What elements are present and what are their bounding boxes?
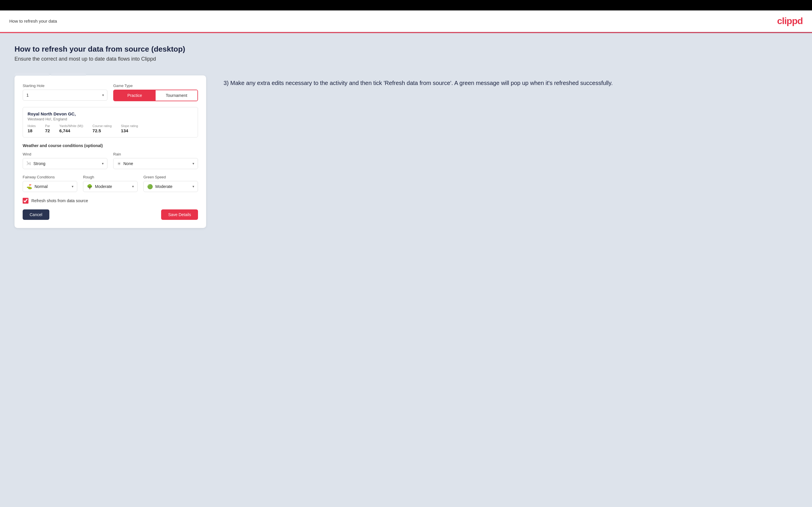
main-content: How to refresh your data from source (de… [0,33,812,507]
course-location: Westward Ho!, England [28,117,193,121]
holes-value: 18 [28,128,36,133]
wind-group: Wind 🌬 Strong Mild None ▾ [22,152,107,169]
rough-select[interactable]: Moderate Long Short [95,181,132,192]
rough-select-wrapper: 🌳 Moderate Long Short ▾ [83,181,138,192]
weather-section-title: Weather and course conditions (optional) [22,143,198,148]
rough-label: Rough [83,175,138,179]
course-rating-value: 72.5 [93,128,112,133]
starting-hole-label: Starting Hole [22,83,107,88]
rain-icon: ☀ [117,161,121,167]
rain-chevron-icon: ▾ [193,162,194,166]
breadcrumb: How to refresh your data [9,18,57,23]
wind-chevron-icon: ▾ [102,162,104,166]
yards-label: Yards/White (M)) [59,124,83,128]
starting-hole-group: Starting Hole 1 10 ▾ [22,83,107,101]
save-details-button[interactable]: Save Details [161,210,198,220]
green-speed-icon: 🟢 [147,184,153,189]
rough-chevron-icon: ▾ [132,184,134,188]
logo: clippd [777,16,803,26]
rain-select[interactable]: None Light Heavy [123,158,193,169]
course-name: Royal North Devon GC, [28,111,193,116]
green-speed-label: Green Speed [143,175,198,179]
tournament-button[interactable]: Tournament [156,90,197,101]
wind-label: Wind [22,152,107,156]
game-type-group: Game Type Practice Tournament [113,83,198,101]
refresh-checkbox[interactable] [22,198,29,204]
rain-label: Rain [113,152,198,156]
card-tab-1 [14,73,49,76]
holes-label: Holes [28,124,36,128]
card-tab-2 [51,73,86,76]
form-panel: Starting Hole 1 10 ▾ Game Type Pract [14,72,206,228]
rough-group: Rough 🌳 Moderate Long Short ▾ [83,175,138,192]
fairway-select[interactable]: Normal Wet Dry [35,181,72,192]
form-card: Starting Hole 1 10 ▾ Game Type Pract [14,75,206,228]
stat-holes: Holes 18 [28,124,36,133]
content-area: Starting Hole 1 10 ▾ Game Type Pract [14,72,798,228]
stat-yards: Yards/White (M)) 6,744 [59,124,83,133]
rough-icon: 🌳 [87,184,93,189]
game-type-label: Game Type [113,83,198,88]
slope-rating-label: Slope rating [121,124,138,128]
fairway-group: Fairway Conditions ⛳ Normal Wet Dry ▾ [22,175,77,192]
form-row-top: Starting Hole 1 10 ▾ Game Type Pract [22,83,198,101]
form-row-weather: Wind 🌬 Strong Mild None ▾ Rain [22,152,198,169]
refresh-checkbox-label[interactable]: Refresh shots from data source [31,199,88,203]
fairway-label: Fairway Conditions [22,175,77,179]
green-speed-select-wrapper: 🟢 Moderate Fast Slow ▾ [143,181,198,192]
top-bar [0,0,812,10]
side-text-content: 3) Make any extra edits necessary to the… [223,78,798,88]
yards-value: 6,744 [59,128,83,133]
green-speed-select[interactable]: Moderate Fast Slow [155,181,193,192]
slope-rating-value: 134 [121,128,138,133]
game-type-toggle: Practice Tournament [113,90,198,101]
fairway-chevron-icon: ▾ [72,184,73,188]
practice-button[interactable]: Practice [114,90,156,101]
par-value: 72 [45,128,50,133]
wind-icon: 🌬 [27,161,31,166]
course-stats: Holes 18 Par 72 Yards/White (M)) 6,744 [28,124,193,133]
par-label: Par [45,124,50,128]
page-subtitle: Ensure the correct and most up to date d… [14,56,798,62]
green-speed-chevron-icon: ▾ [193,184,194,188]
stat-slope-rating: Slope rating 134 [121,124,138,133]
rain-group: Rain ☀ None Light Heavy ▾ [113,152,198,169]
fairway-select-wrapper: ⛳ Normal Wet Dry ▾ [22,181,77,192]
wind-select-wrapper: 🌬 Strong Mild None ▾ [22,158,107,169]
side-text-panel: 3) Make any extra edits necessary to the… [223,72,798,88]
wind-select[interactable]: Strong Mild None [33,158,102,169]
course-info-box: Royal North Devon GC, Westward Ho!, Engl… [22,107,198,137]
rain-select-wrapper: ☀ None Light Heavy ▾ [113,158,198,169]
header: How to refresh your data clippd [0,10,812,32]
cancel-button[interactable]: Cancel [22,210,49,220]
course-rating-label: Course rating [93,124,112,128]
form-actions: Cancel Save Details [22,210,198,220]
form-row-conditions: Fairway Conditions ⛳ Normal Wet Dry ▾ [22,175,198,192]
refresh-checkbox-row: Refresh shots from data source [22,198,198,204]
green-speed-group: Green Speed 🟢 Moderate Fast Slow ▾ [143,175,198,192]
stat-course-rating: Course rating 72.5 [93,124,112,133]
starting-hole-select[interactable]: 1 10 [22,90,107,101]
page-title: How to refresh your data from source (de… [14,45,798,54]
fairway-icon: ⛳ [27,184,32,189]
stat-par: Par 72 [45,124,50,133]
starting-hole-select-wrapper: 1 10 ▾ [22,90,107,101]
card-tab-strip [14,73,206,76]
